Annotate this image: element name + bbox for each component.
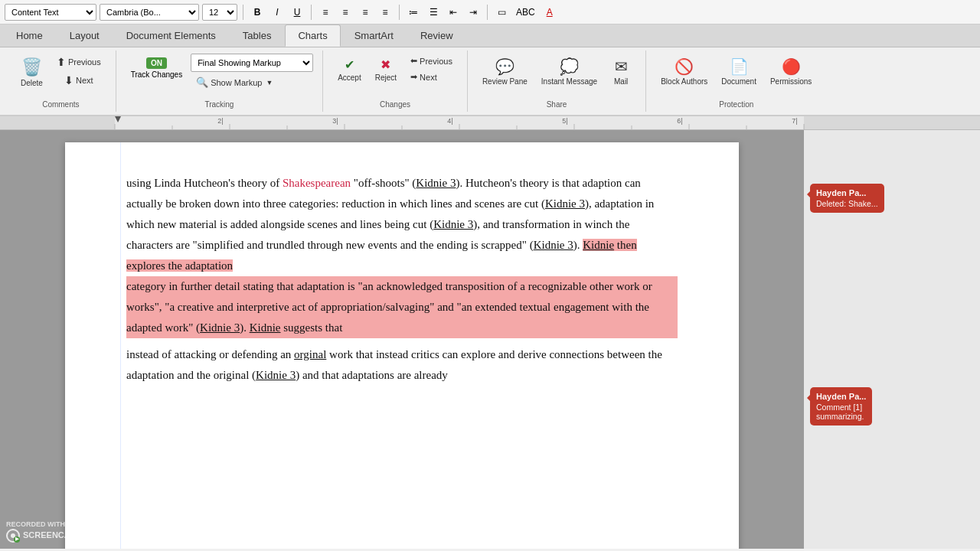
document-scroll: using Linda Hutcheon's theory of Shakesp…: [0, 130, 804, 549]
tab-review[interactable]: Review: [407, 24, 466, 47]
on-badge: ON: [146, 57, 167, 69]
delete-icon: 🗑️: [21, 57, 42, 77]
accept-label: Accept: [338, 73, 361, 83]
svg-text:5|: 5|: [562, 117, 567, 125]
tab-charts[interactable]: Charts: [285, 24, 340, 47]
tab-bar: Home Layout Document Elements Tables Cha…: [0, 24, 980, 47]
instant-message-label: Instant Message: [541, 77, 597, 86]
review-pane-label: Review Pane: [482, 77, 528, 86]
accept-icon: ✔: [345, 57, 354, 72]
font-size-select[interactable]: 12: [202, 4, 237, 21]
main-area: using Linda Hutcheon's theory of Shakesp…: [0, 130, 980, 549]
citation-4: Kidnie 3: [534, 239, 573, 251]
ribbon-group-share: 💬 Review Pane 💭 Instant Message ✉ Mail S…: [468, 51, 646, 112]
accept-button[interactable]: ✔ Accept: [332, 54, 367, 86]
align-center-button[interactable]: ≡: [337, 4, 354, 21]
comment-bubble-2: Hayden Pa... Comment [1] summarizing.: [810, 387, 872, 425]
mail-icon: ✉: [615, 57, 628, 76]
comment-1-author: Hayden Pa...: [816, 188, 878, 197]
svg-text:3|: 3|: [332, 117, 338, 125]
review-pane-button[interactable]: 💬 Review Pane: [477, 54, 533, 90]
svg-text:7|: 7|: [792, 117, 797, 125]
next-comment-button[interactable]: ⬇ Next: [59, 72, 99, 89]
separator-4: [487, 5, 488, 20]
share-group-label: Share: [547, 97, 567, 109]
track-changes-button[interactable]: ON Track Changes: [126, 54, 188, 83]
screencast-logo: ▶: [6, 529, 20, 543]
ruler: 2| 3| 4| 5| 6| 7|: [0, 116, 980, 130]
delete-label: Delete: [21, 79, 43, 88]
ribbon-group-tracking: ON Track Changes Final Showing Markup 🔍 …: [116, 51, 323, 112]
paragraph-3: instead of attacking or defending an org…: [126, 344, 678, 386]
tracking-controls: Final Showing Markup 🔍 Show Markup ▼: [191, 54, 313, 90]
kidnie-ref: Kidnie: [250, 321, 281, 334]
document-page: using Linda Hutcheon's theory of Shakesp…: [65, 142, 739, 549]
separator-3: [399, 5, 400, 20]
permissions-button[interactable]: 🔴 Permissions: [765, 54, 817, 90]
ribbon-group-protection: 🚫 Block Authors 📄 Document 🔴 Permissions…: [646, 51, 826, 112]
next-comment-label: Next: [76, 76, 93, 85]
tab-tables[interactable]: Tables: [230, 24, 285, 47]
show-markup-button[interactable]: 🔍 Show Markup ▼: [191, 74, 313, 90]
citation-1: Kidnie 3: [416, 177, 456, 189]
mail-button[interactable]: ✉ Mail: [606, 54, 636, 90]
list-button[interactable]: ≔: [405, 4, 422, 21]
citation-6: Kidnie 3: [256, 369, 296, 381]
italic-button[interactable]: I: [269, 4, 286, 21]
paragraph-1: using Linda Hutcheon's theory of Shakesp…: [126, 173, 678, 276]
separator-2: [311, 5, 312, 20]
style-btn[interactable]: ABC: [513, 4, 538, 21]
delete-button[interactable]: 🗑️ Delete: [15, 54, 48, 92]
comments-group-label: Comments: [42, 97, 79, 109]
markup-dropdown[interactable]: Final Showing Markup: [191, 54, 313, 72]
bullet-button[interactable]: ☰: [425, 4, 442, 21]
reject-label: Reject: [375, 73, 397, 83]
align-left-button[interactable]: ≡: [317, 4, 334, 21]
font-family-select[interactable]: Cambria (Bo...: [100, 4, 199, 21]
indent-increase-button[interactable]: ⇥: [465, 4, 482, 21]
next-change-label: Next: [420, 73, 437, 82]
markup-dropdown-arrow: ▼: [266, 79, 273, 86]
svg-text:4|: 4|: [447, 117, 452, 125]
style-select[interactable]: Content Text: [5, 4, 96, 21]
comment-2-type: Comment [1]: [816, 403, 866, 412]
changes-group-label: Changes: [380, 97, 410, 109]
prev-change-icon: ⬅: [410, 56, 417, 66]
share-items: 💬 Review Pane 💭 Instant Message ✉ Mail: [477, 54, 636, 97]
underline-button[interactable]: U: [289, 4, 305, 21]
separator-1: [243, 5, 243, 20]
tab-smartart[interactable]: SmartArt: [341, 24, 407, 47]
prev-change-button[interactable]: ⬅ Previous: [405, 54, 458, 68]
document-icon: 📄: [730, 57, 749, 76]
document-text: using Linda Hutcheon's theory of Shakesp…: [126, 173, 678, 386]
indent-decrease-button[interactable]: ⇤: [445, 4, 462, 21]
instant-message-button[interactable]: 💭 Instant Message: [536, 54, 603, 90]
previous-comment-label: Previous: [68, 57, 101, 67]
tab-home[interactable]: Home: [3, 24, 56, 47]
ribbon-group-comments: 🗑️ Delete ⬆ Previous ⬇ Next Comments: [6, 51, 116, 112]
misspelled-word: orginal: [294, 348, 326, 360]
permissions-label: Permissions: [770, 77, 812, 86]
permissions-icon: 🔴: [782, 57, 801, 76]
document-button[interactable]: 📄 Document: [716, 54, 762, 90]
protection-group-label: Protection: [719, 97, 753, 109]
reject-button[interactable]: ✖ Reject: [370, 54, 402, 86]
document-label: Document: [721, 77, 756, 86]
block-authors-button[interactable]: 🚫 Block Authors: [655, 54, 713, 90]
color-button[interactable]: A: [541, 4, 558, 21]
citation-5: Kidnie 3: [200, 321, 240, 334]
align-right-button[interactable]: ≡: [357, 4, 374, 21]
previous-comment-button[interactable]: ⬆ Previous: [51, 54, 106, 70]
tab-document-elements[interactable]: Document Elements: [113, 24, 229, 47]
track-changes-label: Track Changes: [131, 70, 182, 80]
bold-button[interactable]: B: [249, 4, 266, 21]
next-change-button[interactable]: ➡ Next: [405, 70, 458, 84]
comments-items: 🗑️ Delete ⬆ Previous ⬇ Next: [15, 54, 106, 97]
justify-button[interactable]: ≡: [377, 4, 394, 21]
ribbon: 🗑️ Delete ⬆ Previous ⬇ Next Comments ON …: [0, 47, 980, 116]
ribbon-group-changes: ✔ Accept ✖ Reject ⬅ Previous ➡ Next Chan…: [323, 51, 468, 112]
prev-arrow-icon: ⬆: [57, 56, 66, 68]
comments-panel: Hayden Pa... Deleted: Shake... Hayden Pa…: [804, 130, 980, 549]
tab-layout[interactable]: Layout: [57, 24, 113, 47]
border-button[interactable]: ▭: [493, 4, 510, 21]
